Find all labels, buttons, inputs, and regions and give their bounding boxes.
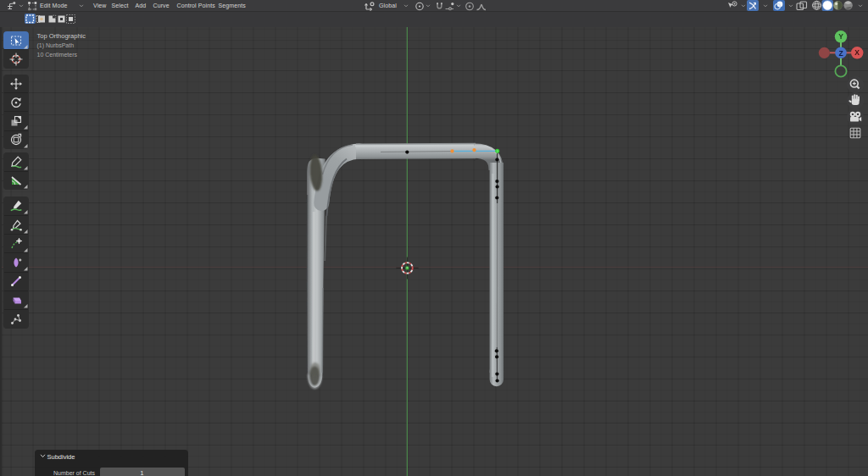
- svg-text:X: X: [854, 48, 860, 57]
- svg-text:Y: Y: [838, 32, 843, 41]
- svg-text:Z: Z: [838, 49, 843, 58]
